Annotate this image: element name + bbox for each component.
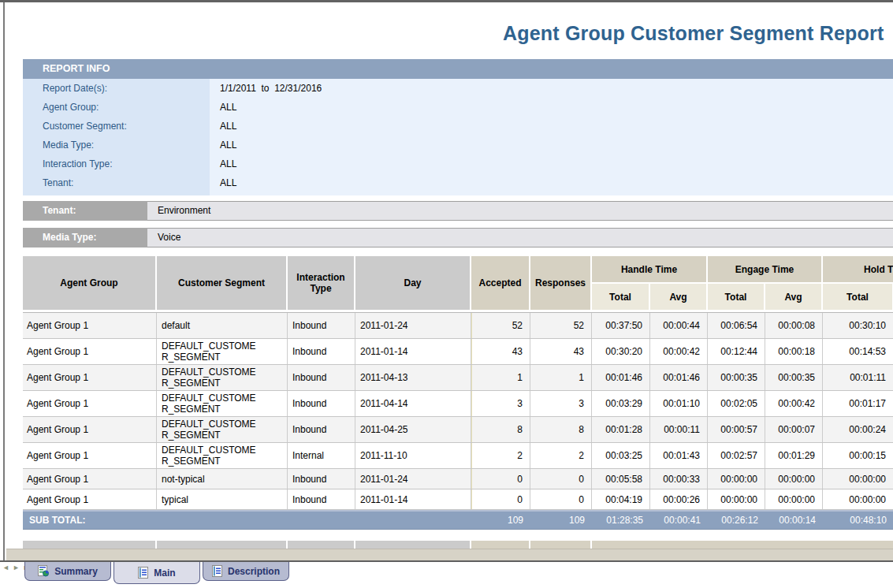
tab-main[interactable]: Main	[113, 562, 200, 584]
subtotal-value: 00:48:10	[823, 515, 893, 526]
tab-label: Summary	[54, 566, 98, 577]
table-cell: 00:00:07	[765, 417, 823, 442]
tab-description[interactable]: Description	[203, 562, 289, 581]
table-cell: 2011-01-24	[355, 469, 471, 489]
summary-report-icon	[38, 565, 49, 577]
table-cell: 00:00:15	[823, 443, 893, 468]
subtotal-label: SUB TOTAL:	[23, 515, 471, 526]
table-cell: 00:04:19	[592, 489, 650, 509]
column-header-day: Day	[355, 256, 471, 310]
report-info-value: ALL	[210, 98, 893, 117]
table-cell: 1	[471, 365, 530, 390]
table-cell: 00:02:57	[708, 443, 765, 468]
table-cell: Agent Group 1	[23, 489, 157, 509]
table-cell: 00:06:54	[708, 313, 765, 338]
window-frame-left	[3, 2, 5, 561]
next-header-cell	[471, 541, 530, 549]
next-header-cell	[23, 541, 157, 549]
table-cell: 00:03:29	[592, 391, 650, 416]
table-cell: typical	[157, 489, 288, 509]
next-header-cell	[530, 541, 592, 549]
table-cell: 0	[530, 469, 592, 489]
hold-time-group-label: Hold Time	[823, 256, 893, 284]
table-cell: 00:12:44	[708, 339, 765, 364]
table-cell: 00:01:17	[823, 391, 893, 416]
table-cell: 00:00:35	[708, 365, 765, 390]
table-cell: 00:00:26	[650, 489, 708, 509]
next-header-cell	[592, 541, 893, 549]
media-type-bar-value: Voice	[147, 228, 893, 247]
report-info-label: Interaction Type:	[23, 154, 210, 173]
tab-scroll-right-icon[interactable]: ►	[13, 564, 20, 571]
document-icon	[138, 567, 148, 579]
table-cell: DEFAULT_CUSTOMER_SEGMENT	[157, 443, 288, 468]
report-info-row: Agent Group:ALL	[23, 98, 893, 117]
table-cell: Inbound	[288, 339, 355, 364]
horizontal-scrollbar[interactable]	[6, 549, 893, 560]
report-info-label: Agent Group:	[23, 98, 210, 117]
column-header-agent-group: Agent Group	[23, 256, 157, 310]
tab-bar: ◄ ► ►▏ SummaryMainDescription	[0, 562, 893, 588]
table-cell: 00:05:58	[592, 469, 650, 489]
table-cell: 00:00:00	[765, 469, 823, 489]
report-info-row: Report Date(s):1/1/2011 to 12/31/2016	[23, 79, 893, 98]
table-cell: Inbound	[288, 417, 355, 442]
table-cell: 52	[530, 313, 592, 338]
tab-label: Main	[154, 568, 175, 579]
table-cell: Inbound	[288, 469, 355, 489]
next-header-cell	[157, 541, 288, 549]
report-info-padding	[23, 192, 893, 195]
table-cell: 2011-01-24	[355, 313, 471, 338]
column-group-engage-time: Engage Time Total Avg	[708, 256, 823, 310]
report-info-label: Tenant:	[23, 173, 210, 192]
report-info-label: Media Type:	[23, 136, 210, 154]
tab-label: Description	[228, 566, 280, 577]
table-cell: 00:00:42	[650, 339, 708, 364]
table-cell: 2011-04-25	[355, 417, 471, 442]
table-cell: 8	[530, 417, 592, 442]
customer-segment-text: DEFAULT_CUSTOMER_SEGMENT	[162, 445, 262, 467]
table-cell: 00:01:46	[592, 365, 650, 390]
subtotal-value: 109	[471, 515, 530, 526]
report-info-value: 1/1/2011 to 12/31/2016	[210, 79, 893, 98]
table-cell: 00:14:53	[823, 339, 893, 364]
tab-scroll-left-icon[interactable]: ◄	[2, 564, 9, 571]
table-row: Agent Group 1defaultInbound2011-01-24525…	[23, 313, 893, 339]
table-cell: 2	[471, 443, 530, 468]
table-cell: 00:00:44	[650, 313, 708, 338]
report-info-rows: Report Date(s):1/1/2011 to 12/31/2016Age…	[23, 79, 893, 192]
tenant-bar-value: Environment	[147, 201, 893, 221]
table-cell: 00:00:18	[765, 339, 823, 364]
table-cell: 00:30:20	[592, 339, 650, 364]
table-cell: 00:00:42	[765, 391, 823, 416]
table-cell: 2011-04-13	[355, 365, 471, 390]
table-cell: 00:02:05	[708, 391, 765, 416]
table-cell: 00:00:00	[823, 469, 893, 489]
window-frame-top	[0, 0, 893, 2]
table-cell: 00:00:00	[708, 469, 765, 489]
table-cell: 00:00:11	[650, 417, 708, 442]
table-row: Agent Group 1DEFAULT_CUSTOMER_SEGMENTInb…	[23, 417, 893, 443]
table-cell: 00:01:43	[650, 443, 708, 468]
report-info-row: Interaction Type:ALL	[23, 154, 893, 173]
table-cell: Inbound	[288, 313, 355, 338]
table-cell: 00:00:00	[765, 489, 823, 509]
tabs-host: SummaryMainDescription	[24, 562, 292, 584]
table-cell: Inbound	[288, 489, 355, 509]
tab-summary[interactable]: Summary	[24, 562, 111, 581]
table-cell: 00:00:08	[765, 313, 823, 338]
column-group-handle-time: Handle Time Total Avg	[592, 256, 708, 310]
table-cell: Agent Group 1	[23, 313, 157, 338]
tenant-bar-label: Tenant:	[23, 201, 147, 221]
table-cell: Agent Group 1	[23, 391, 157, 416]
tenant-section-bar: Tenant: Environment	[23, 201, 893, 221]
subtotal-value: 00:00:41	[650, 515, 708, 526]
report-info-row: Customer Segment:ALL	[23, 117, 893, 136]
table-cell: 00:30:10	[823, 313, 893, 338]
subtotal-row: SUB TOTAL: 10910901:28:3500:00:4100:26:1…	[23, 510, 893, 530]
table-row: Agent Group 1DEFAULT_CUSTOMER_SEGMENTInb…	[23, 391, 893, 417]
column-group-hold-time: Hold Time Total	[823, 256, 893, 310]
customer-segment-text: DEFAULT_CUSTOMER_SEGMENT	[162, 341, 262, 363]
table-cell: 3	[530, 391, 592, 416]
table-cell: 0	[530, 489, 592, 509]
